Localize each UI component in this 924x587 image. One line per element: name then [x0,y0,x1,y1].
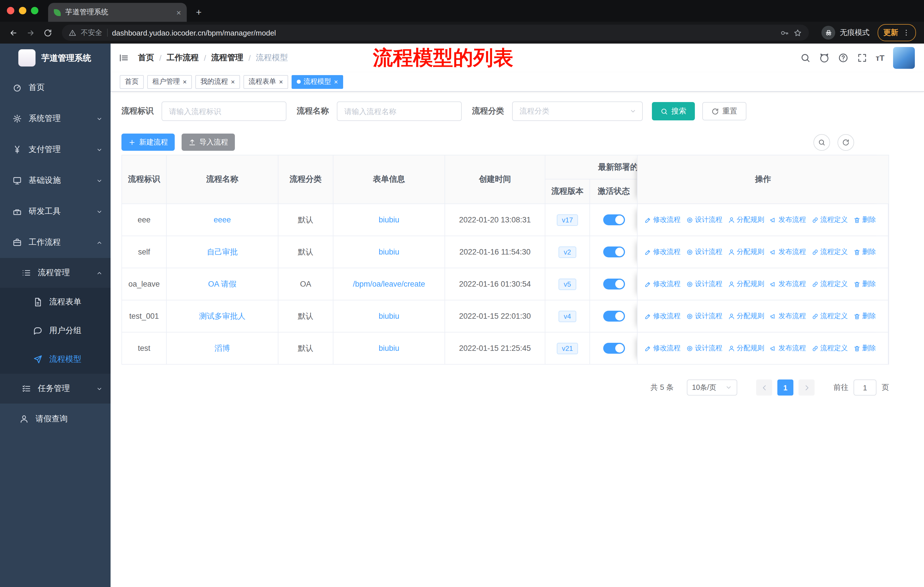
process-name-link[interactable]: eeee [214,215,231,224]
row-action-design[interactable]: 设计流程 [686,279,723,289]
create-process-button[interactable]: 新建流程 [121,134,175,151]
sidebar-item-payment[interactable]: 支付管理 [0,134,111,165]
process-name-link[interactable]: 测试多审批人 [199,311,246,321]
update-button[interactable]: 更新 [878,24,916,41]
sidebar-item-system[interactable]: 系统管理 [0,103,111,134]
row-action-assign-rule[interactable]: 分配规则 [728,279,764,289]
window-zoom-button[interactable] [31,7,38,14]
process-name-link[interactable]: 自己审批 [207,247,238,257]
sidebar-item-process-form[interactable]: 流程表单 [0,288,111,316]
row-action-delete[interactable]: 删除 [853,215,876,225]
sidebar-toggle-icon[interactable] [119,53,129,63]
window-minimize-button[interactable] [19,7,26,14]
goto-page-input[interactable] [853,379,876,395]
version-badge[interactable]: v5 [559,278,576,290]
sidebar-item-workflow[interactable]: 工作流程 [0,227,111,258]
row-action-publish[interactable]: 发布流程 [770,247,806,257]
breadcrumb-item[interactable]: 工作流程 [167,53,199,63]
forward-button[interactable] [23,25,38,40]
row-action-design[interactable]: 设计流程 [686,215,723,225]
sidebar-item-process-model[interactable]: 流程模型 [0,345,111,374]
tag-tenant-management[interactable]: 租户管理× [147,75,192,89]
row-action-assign-rule[interactable]: 分配规则 [728,247,764,257]
row-action-definition[interactable]: 流程定义 [812,343,848,353]
form-link[interactable]: biubiu [379,248,399,256]
row-action-delete[interactable]: 删除 [853,343,876,353]
row-action-design[interactable]: 设计流程 [686,343,723,353]
next-page-button[interactable] [799,379,815,395]
window-close-button[interactable] [7,7,14,14]
row-action-design[interactable]: 设计流程 [686,311,723,321]
bookmark-star-icon[interactable] [794,28,802,37]
browser-tab[interactable]: 芋道管理系统 × [48,3,187,22]
row-action-publish[interactable]: 发布流程 [770,215,806,225]
sidebar-item-leave-query[interactable]: 请假查询 [0,403,111,435]
prev-page-button[interactable] [756,379,772,395]
status-toggle[interactable] [603,214,625,225]
row-action-definition[interactable]: 流程定义 [812,247,848,257]
sidebar-item-user-group[interactable]: 用户分组 [0,316,111,345]
row-action-assign-rule[interactable]: 分配规则 [728,311,764,321]
reload-button[interactable] [40,25,55,40]
tag-close-icon[interactable]: × [334,78,338,85]
search-button[interactable]: 搜索 [652,102,695,121]
tab-close-icon[interactable]: × [177,8,181,17]
tag-home[interactable]: 首页 [120,75,144,89]
row-action-definition[interactable]: 流程定义 [812,311,848,321]
sidebar-item-process-management[interactable]: 流程管理 [0,258,111,288]
row-action-delete[interactable]: 删除 [853,247,876,257]
breadcrumb-item[interactable]: 流程管理 [211,53,243,63]
row-action-modify[interactable]: 修改流程 [644,279,681,289]
row-action-publish[interactable]: 发布流程 [770,343,806,353]
import-process-button[interactable]: 导入流程 [182,134,235,151]
row-action-publish[interactable]: 发布流程 [770,279,806,289]
row-action-definition[interactable]: 流程定义 [812,279,848,289]
filter-category-select[interactable]: 流程分类 [512,101,643,121]
filter-name-input[interactable] [337,101,462,121]
row-action-modify[interactable]: 修改流程 [644,215,681,225]
row-action-publish[interactable]: 发布流程 [770,311,806,321]
status-toggle[interactable] [603,311,625,322]
new-tab-button[interactable]: + [196,7,201,17]
version-badge[interactable]: v2 [559,246,576,258]
process-name-link[interactable]: OA 请假 [208,279,236,289]
refresh-table-button[interactable] [838,134,854,150]
github-icon[interactable] [819,53,829,63]
status-toggle[interactable] [603,279,625,289]
page-number-button[interactable]: 1 [777,379,794,395]
app-logo[interactable]: 芋道管理系统 [0,43,111,72]
status-toggle[interactable] [603,343,625,354]
status-toggle[interactable] [603,246,625,257]
reset-button[interactable]: 重置 [702,102,746,121]
form-link[interactable]: biubiu [379,312,399,321]
form-link[interactable]: biubiu [379,215,399,224]
tag-close-icon[interactable]: × [183,78,187,85]
row-action-definition[interactable]: 流程定义 [812,215,848,225]
row-action-modify[interactable]: 修改流程 [644,343,681,353]
address-bar[interactable]: 不安全 dashboard.yudao.iocoder.cn/bpm/manag… [62,25,809,41]
tag-process-form[interactable]: 流程表单× [243,75,288,89]
search-icon[interactable] [800,53,810,63]
row-action-assign-rule[interactable]: 分配规则 [728,215,764,225]
password-key-icon[interactable] [780,28,789,37]
back-button[interactable] [6,25,21,40]
row-action-modify[interactable]: 修改流程 [644,311,681,321]
row-action-design[interactable]: 设计流程 [686,247,723,257]
tag-close-icon[interactable]: × [231,78,235,85]
version-badge[interactable]: v4 [559,311,576,322]
version-badge[interactable]: v17 [557,214,578,226]
user-avatar[interactable] [893,47,915,69]
tag-my-process[interactable]: 我的流程× [195,75,240,89]
browser-menu-dots-icon[interactable] [902,29,910,37]
tag-process-model[interactable]: 流程模型× [292,75,343,89]
sidebar-item-infrastructure[interactable]: 基础设施 [0,165,111,196]
breadcrumb-item[interactable]: 首页 [138,53,154,63]
row-action-assign-rule[interactable]: 分配规则 [728,343,764,353]
sidebar-item-task-management[interactable]: 任务管理 [0,374,111,403]
process-name-link[interactable]: 滔博 [214,343,230,354]
toggle-search-button[interactable] [813,134,830,150]
row-action-delete[interactable]: 删除 [853,311,876,321]
row-action-delete[interactable]: 删除 [853,279,876,289]
filter-key-input[interactable] [162,101,286,121]
form-link[interactable]: biubiu [379,344,399,352]
